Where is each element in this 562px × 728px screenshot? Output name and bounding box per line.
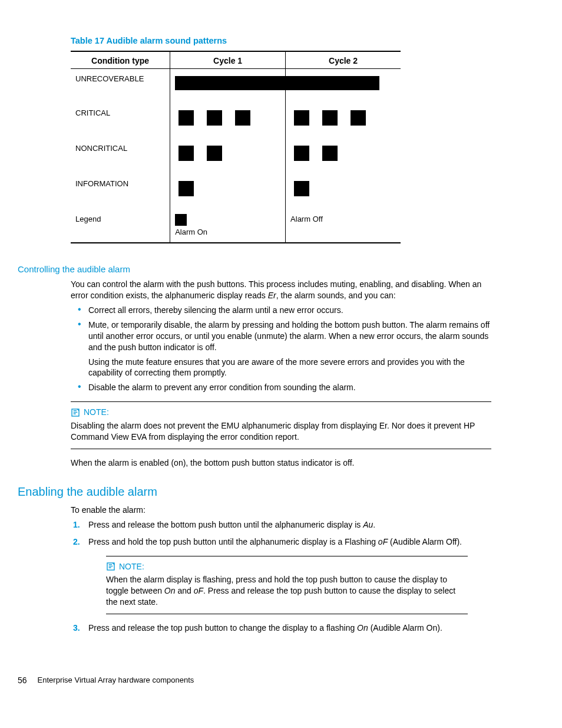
cond-information: INFORMATION (71, 174, 170, 209)
pattern-2pulse (175, 143, 280, 161)
pattern-solid (286, 76, 379, 90)
pattern-3pulse (175, 108, 280, 126)
list-item: Mute, or temporarily disable, the alarm … (81, 319, 491, 378)
pattern-2pulse (290, 143, 396, 161)
legend-on: Alarm On (170, 209, 286, 243)
cond-unrecoverable: UNRECOVERABLE (71, 69, 170, 104)
legend-off-label: Alarm Off (290, 215, 323, 223)
cond-noncritical: NONCRITICAL (71, 139, 170, 174)
note-label: NOTE: (106, 561, 468, 572)
body-paragraph: You can control the alarm with the push … (71, 279, 491, 301)
table-row: CRITICAL (71, 103, 401, 139)
cond-critical: CRITICAL (71, 103, 170, 139)
table-row: Legend Alarm On Alarm Off (71, 209, 401, 243)
note-text: When the alarm display is flashing, pres… (106, 574, 468, 608)
bullet-list: Correct all errors, thereby silencing th… (71, 305, 491, 393)
pattern-1pulse (290, 179, 396, 196)
footer-title: Enterprise Virtual Array hardware compon… (38, 675, 194, 686)
table-row: NONCRITICAL (71, 139, 401, 174)
list-item: Press and hold the top push button until… (88, 536, 491, 614)
cond-legend: Legend (71, 209, 170, 243)
list-item: Correct all errors, thereby silencing th… (81, 305, 491, 316)
body-paragraph: To enable the alarm: (71, 505, 491, 516)
th-cycle2: Cycle 2 (286, 51, 401, 69)
th-cycle1: Cycle 1 (170, 51, 286, 69)
heading-enabling: Enabling the audible alarm (18, 484, 491, 500)
note-label: NOTE: (71, 407, 491, 418)
table-row: INFORMATION (71, 174, 401, 209)
th-condition: Condition type (71, 51, 170, 69)
body-paragraph: When the alarm is enabled (on), the bott… (71, 457, 491, 469)
list-item: Press and release the bottom push button… (88, 519, 491, 531)
table-row: UNRECOVERABLE (71, 69, 401, 104)
note-icon (106, 562, 115, 571)
legend-on-label: Alarm On (175, 228, 207, 236)
alarm-patterns-table: Condition type Cycle 1 Cycle 2 UNRECOVER… (71, 51, 401, 243)
ordered-steps: Press and release the bottom push button… (71, 519, 491, 634)
page-footer: 56 Enterprise Virtual Array hardware com… (18, 675, 491, 686)
pattern-1pulse (175, 179, 280, 196)
subheading-controlling: Controlling the audible alarm (18, 263, 491, 275)
legend-off: Alarm Off (286, 209, 401, 243)
page-number: 56 (18, 675, 27, 686)
pattern-solid (175, 76, 285, 90)
note-icon (71, 408, 80, 417)
note-text: Disabling the alarm does not prevent the… (71, 420, 491, 443)
note-block: NOTE: When the alarm display is flashing… (106, 556, 468, 615)
table-title: Table 17 Audible alarm sound patterns (71, 35, 491, 47)
list-item: Disable the alarm to prevent any error c… (81, 382, 491, 393)
note-block: NOTE: Disabling the alarm does not preve… (71, 401, 491, 449)
body-paragraph: Using the mute feature ensures that you … (88, 357, 491, 379)
list-item: Press and release the top push button to… (88, 622, 491, 634)
pattern-3pulse (290, 108, 396, 126)
